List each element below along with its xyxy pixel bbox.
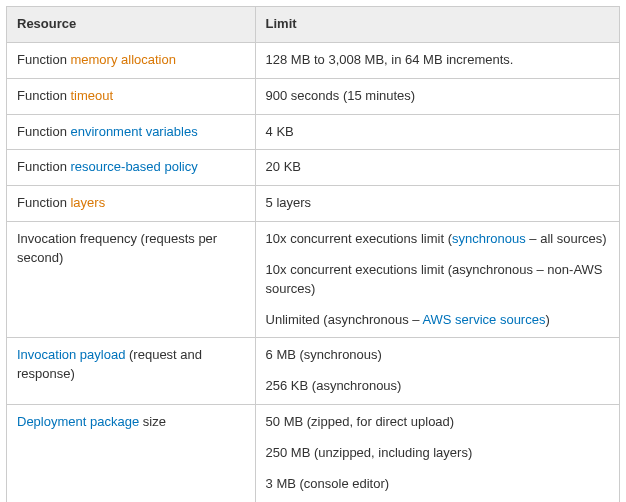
table-row: Deployment package size 50 MB (zipped, f… <box>7 405 620 502</box>
limit-line: 250 MB (unzipped, including layers) <box>266 444 609 463</box>
cell-limit: 50 MB (zipped, for direct upload) 250 MB… <box>255 405 619 502</box>
link-memory-allocation[interactable]: memory allocation <box>70 52 176 67</box>
col-header-resource: Resource <box>7 7 256 43</box>
cell-limit: 6 MB (synchronous) 256 KB (asynchronous) <box>255 338 619 405</box>
cell-resource: Function layers <box>7 186 256 222</box>
text: Unlimited (asynchronous – <box>266 312 423 327</box>
link-environment-variables[interactable]: environment variables <box>70 124 197 139</box>
cell-resource: Function resource-based policy <box>7 150 256 186</box>
cell-limit: 5 layers <box>255 186 619 222</box>
cell-limit: 128 MB to 3,008 MB, in 64 MB increments. <box>255 42 619 78</box>
cell-resource: Function timeout <box>7 78 256 114</box>
cell-resource: Function memory allocation <box>7 42 256 78</box>
cell-resource: Function environment variables <box>7 114 256 150</box>
link-aws-service-sources[interactable]: AWS service sources <box>422 312 545 327</box>
text: ) <box>545 312 549 327</box>
link-timeout[interactable]: timeout <box>70 88 113 103</box>
text: Function <box>17 195 70 210</box>
link-resource-based-policy[interactable]: resource-based policy <box>70 159 197 174</box>
limit-line: Unlimited (asynchronous – AWS service so… <box>266 311 609 330</box>
text: Function <box>17 159 70 174</box>
cell-limit: 900 seconds (15 minutes) <box>255 78 619 114</box>
cell-limit: 20 KB <box>255 150 619 186</box>
text: Function <box>17 88 70 103</box>
table-row: Invocation frequency (requests per secon… <box>7 222 620 338</box>
limits-table: Resource Limit Function memory allocatio… <box>6 6 620 502</box>
col-header-limit: Limit <box>255 7 619 43</box>
text: size <box>139 414 166 429</box>
limit-line: 3 MB (console editor) <box>266 475 609 494</box>
link-layers[interactable]: layers <box>70 195 105 210</box>
limit-line: 50 MB (zipped, for direct upload) <box>266 413 609 432</box>
table-row: Function memory allocation 128 MB to 3,0… <box>7 42 620 78</box>
limit-line: 10x concurrent executions limit (synchro… <box>266 230 609 249</box>
table-row: Function layers 5 layers <box>7 186 620 222</box>
limit-line: 6 MB (synchronous) <box>266 346 609 365</box>
limit-line: 256 KB (asynchronous) <box>266 377 609 396</box>
cell-limit: 4 KB <box>255 114 619 150</box>
cell-limit: 10x concurrent executions limit (synchro… <box>255 222 619 338</box>
limit-line: 10x concurrent executions limit (asynchr… <box>266 261 609 299</box>
table-header-row: Resource Limit <box>7 7 620 43</box>
text: Function <box>17 124 70 139</box>
table-row: Function resource-based policy 20 KB <box>7 150 620 186</box>
table-row: Invocation payload (request and response… <box>7 338 620 405</box>
link-deployment-package[interactable]: Deployment package <box>17 414 139 429</box>
link-invocation-payload[interactable]: Invocation payload <box>17 347 125 362</box>
text: Function <box>17 52 70 67</box>
link-synchronous[interactable]: synchronous <box>452 231 526 246</box>
cell-resource: Invocation payload (request and response… <box>7 338 256 405</box>
text: 10x concurrent executions limit ( <box>266 231 452 246</box>
cell-resource: Deployment package size <box>7 405 256 502</box>
table-row: Function environment variables 4 KB <box>7 114 620 150</box>
cell-resource: Invocation frequency (requests per secon… <box>7 222 256 338</box>
table-row: Function timeout 900 seconds (15 minutes… <box>7 78 620 114</box>
text: – all sources) <box>526 231 607 246</box>
